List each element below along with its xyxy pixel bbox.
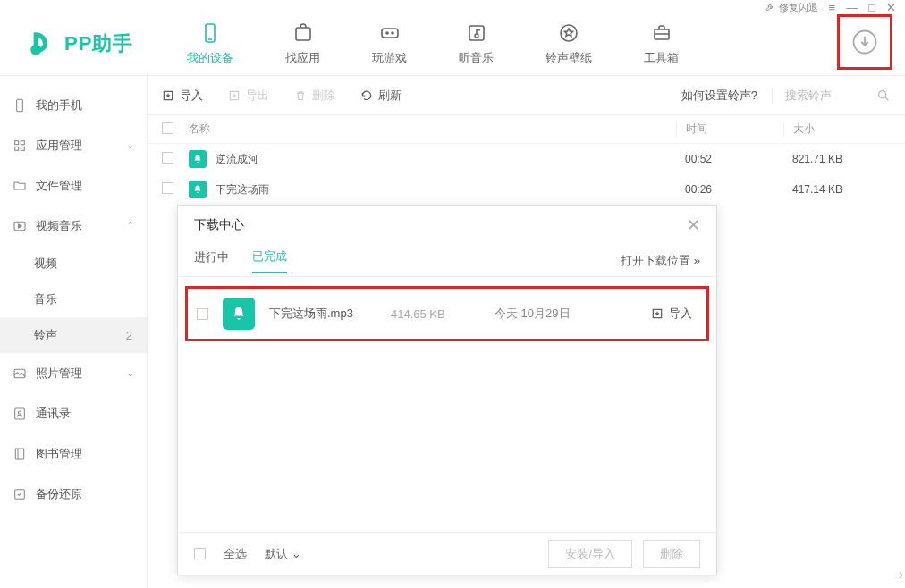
toolbar: 导入 导出 删除 刷新 如何设置铃声? 搜索铃声 <box>148 76 905 115</box>
row-time: 00:52 <box>676 153 783 165</box>
nav-ringtone-wallpaper[interactable]: 铃声壁纸 <box>546 21 592 66</box>
folder-icon <box>13 179 27 193</box>
contacts-icon <box>13 407 27 421</box>
logo-text: PP助手 <box>64 30 133 57</box>
sidebar-label: 铃声 <box>34 327 57 343</box>
bag-icon <box>292 21 315 45</box>
svg-rect-3 <box>296 28 310 40</box>
sidebar-item-ringtone[interactable]: 铃声 2 <box>0 317 147 353</box>
download-item-size: 414.65 KB <box>391 307 480 321</box>
sidebar-item-book-mgmt[interactable]: 图书管理 <box>0 433 147 474</box>
minimize-icon[interactable]: — <box>846 1 858 14</box>
music-note-icon <box>465 21 488 45</box>
phone-icon <box>199 21 222 45</box>
nav-listen-music[interactable]: 听音乐 <box>459 21 494 66</box>
toolbar-label: 导出 <box>246 88 269 104</box>
modal-tabs: 进行中 已完成 打开下载位置 » <box>178 245 716 277</box>
maximize-icon[interactable]: □ <box>868 1 875 14</box>
row-size: 417.14 KB <box>783 183 891 196</box>
footer-default-dropdown[interactable]: 默认 ⌄ <box>265 546 301 562</box>
nav-find-apps[interactable]: 找应用 <box>285 21 320 66</box>
gamepad-icon <box>378 21 402 45</box>
toolbar-label: 删除 <box>312 88 335 104</box>
tab-in-progress[interactable]: 进行中 <box>194 249 229 273</box>
select-all-checkbox[interactable] <box>162 122 173 134</box>
svg-rect-4 <box>382 29 398 38</box>
ringtone-count: 2 <box>126 329 132 342</box>
open-download-location[interactable]: 打开下载位置 » <box>621 253 700 269</box>
nav-play-games[interactable]: 玩游戏 <box>372 21 407 66</box>
bell-icon <box>189 181 207 198</box>
nav-my-device[interactable]: 我的设备 <box>187 21 233 66</box>
sidebar-label: 音乐 <box>34 291 57 307</box>
repair-crash-label: 修复闪退 <box>779 1 818 14</box>
repair-crash-button[interactable]: 修复闪退 <box>765 1 818 14</box>
svg-rect-20 <box>15 449 23 459</box>
download-center-button[interactable] <box>837 14 892 70</box>
list-row[interactable]: 逆流成河 00:52 821.71 KB <box>148 144 905 174</box>
nav-label: 玩游戏 <box>372 50 407 66</box>
toolbar-import[interactable]: 导入 <box>162 88 203 104</box>
nav-toolbox[interactable]: 工具箱 <box>644 21 679 66</box>
logo: PP助手 <box>27 29 133 59</box>
sidebar-label: 图书管理 <box>36 446 82 462</box>
sidebar-item-my-phone[interactable]: 我的手机 <box>0 85 147 125</box>
download-item-import-button[interactable]: 导入 <box>651 306 692 322</box>
nav-label: 我的设备 <box>187 50 233 66</box>
download-item-date: 今天 10月29日 <box>495 306 602 322</box>
row-time: 00:26 <box>676 183 783 196</box>
book-icon <box>13 447 27 461</box>
star-icon <box>557 21 580 45</box>
search-box[interactable]: 搜索铃声 <box>772 88 891 104</box>
row-checkbox[interactable] <box>162 152 173 164</box>
bell-icon <box>223 298 255 330</box>
modal-body: 下完这场雨.mp3 414.65 KB 今天 10月29日 导入 <box>178 277 716 532</box>
col-name-header[interactable]: 名称 <box>189 122 676 137</box>
toolbar-export[interactable]: 导出 <box>228 88 269 104</box>
modal-title: 下载中心 <box>194 217 244 233</box>
close-icon[interactable]: ✕ <box>886 1 896 14</box>
sidebar-item-photo-mgmt[interactable]: 照片管理 ⌄ <box>0 353 147 393</box>
chevron-down-icon: ⌄ <box>126 139 134 151</box>
chevron-down-icon: ⌄ <box>126 367 134 379</box>
list-header: 名称 时间 大小 <box>148 115 905 144</box>
menu-icon[interactable]: ≡ <box>829 1 836 14</box>
howto-link[interactable]: 如何设置铃声? <box>681 88 757 104</box>
toolbar-delete[interactable]: 删除 <box>294 88 335 104</box>
export-icon <box>228 89 241 102</box>
footer-select-all-label[interactable]: 全选 <box>224 546 247 562</box>
download-item[interactable]: 下完这场雨.mp3 414.65 KB 今天 10月29日 导入 <box>193 294 701 333</box>
expand-panel-icon[interactable]: › <box>899 567 903 583</box>
sidebar-item-file-mgmt[interactable]: 文件管理 <box>0 165 147 206</box>
footer-install-import-button[interactable]: 安装/导入 <box>548 540 632 568</box>
col-size-header[interactable]: 大小 <box>783 122 891 137</box>
search-icon[interactable] <box>876 88 891 103</box>
footer-delete-button[interactable]: 删除 <box>643 540 700 568</box>
chevron-up-icon: ⌃ <box>126 220 134 231</box>
import-icon <box>651 307 664 320</box>
sidebar-label: 视频 <box>34 256 57 272</box>
row-checkbox[interactable] <box>162 182 173 194</box>
toolbar-refresh[interactable]: 刷新 <box>360 88 402 104</box>
list-row[interactable]: 下完这场雨 00:26 417.14 KB <box>148 174 905 205</box>
sidebar-item-video-music[interactable]: 视频音乐 ⌃ <box>0 206 147 246</box>
svg-point-25 <box>879 90 886 97</box>
top-nav: 我的设备 找应用 玩游戏 听音乐 铃声壁纸 工具箱 <box>187 21 679 66</box>
sidebar-item-music[interactable]: 音乐 <box>0 281 147 317</box>
modal-close-icon[interactable]: ✕ <box>687 215 700 235</box>
header: PP助手 我的设备 找应用 玩游戏 听音乐 铃声壁纸 工具箱 <box>0 13 905 75</box>
nav-label: 听音乐 <box>459 50 494 66</box>
sidebar-item-contacts[interactable]: 通讯录 <box>0 393 147 433</box>
sidebar-item-app-mgmt[interactable]: 应用管理 ⌄ <box>0 125 147 165</box>
col-time-header[interactable]: 时间 <box>676 122 783 137</box>
sidebar-item-video[interactable]: 视频 <box>0 246 147 281</box>
toolbar-label: 刷新 <box>378 88 402 104</box>
download-item-checkbox[interactable] <box>197 308 208 320</box>
svg-line-26 <box>885 97 888 100</box>
tab-completed[interactable]: 已完成 <box>252 248 287 273</box>
sidebar-item-backup[interactable]: 备份还原 <box>0 474 147 514</box>
nav-label: 工具箱 <box>644 50 679 66</box>
titlebar: 修复闪退 ≡ — □ ✕ <box>0 0 905 13</box>
footer-select-all-checkbox[interactable] <box>194 548 206 559</box>
search-placeholder: 搜索铃声 <box>785 88 832 104</box>
